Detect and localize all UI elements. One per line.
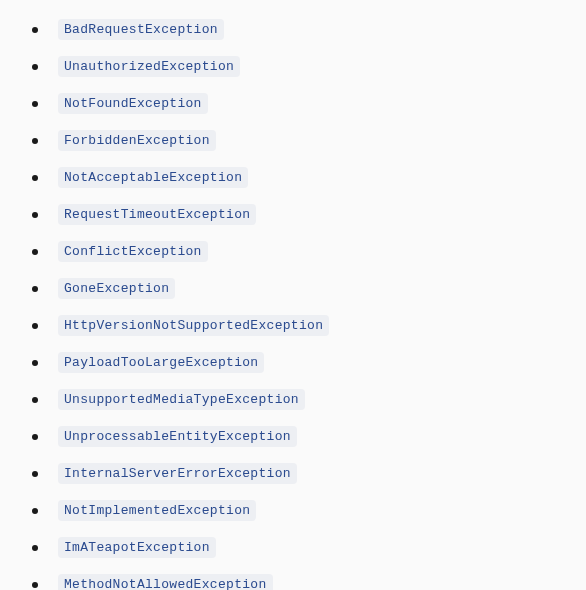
bullet-icon xyxy=(32,508,38,514)
bullet-icon xyxy=(32,360,38,366)
list-item: BadRequestException xyxy=(10,15,576,44)
bullet-icon xyxy=(32,286,38,292)
bullet-icon xyxy=(32,138,38,144)
list-item: ImATeapotException xyxy=(10,533,576,562)
bullet-icon xyxy=(32,249,38,255)
bullet-icon xyxy=(32,545,38,551)
list-item: GoneException xyxy=(10,274,576,303)
bullet-icon xyxy=(32,175,38,181)
exception-name: UnsupportedMediaTypeException xyxy=(58,389,305,410)
list-item: UnauthorizedException xyxy=(10,52,576,81)
exception-name: ConflictException xyxy=(58,241,208,262)
list-item: HttpVersionNotSupportedException xyxy=(10,311,576,340)
list-item: NotAcceptableException xyxy=(10,163,576,192)
list-item: ForbiddenException xyxy=(10,126,576,155)
exception-name: UnauthorizedException xyxy=(58,56,240,77)
bullet-icon xyxy=(32,434,38,440)
exception-name: NotFoundException xyxy=(58,93,208,114)
list-item: MethodNotAllowedException xyxy=(10,570,576,590)
bullet-icon xyxy=(32,64,38,70)
exception-name: HttpVersionNotSupportedException xyxy=(58,315,329,336)
list-item: RequestTimeoutException xyxy=(10,200,576,229)
list-item: NotImplementedException xyxy=(10,496,576,525)
bullet-icon xyxy=(32,323,38,329)
bullet-icon xyxy=(32,471,38,477)
exception-list: BadRequestExceptionUnauthorizedException… xyxy=(10,15,576,590)
exception-name: InternalServerErrorException xyxy=(58,463,297,484)
list-item: UnprocessableEntityException xyxy=(10,422,576,451)
bullet-icon xyxy=(32,397,38,403)
exception-name: BadRequestException xyxy=(58,19,224,40)
list-item: UnsupportedMediaTypeException xyxy=(10,385,576,414)
exception-name: ForbiddenException xyxy=(58,130,216,151)
exception-name: GoneException xyxy=(58,278,175,299)
list-item: InternalServerErrorException xyxy=(10,459,576,488)
list-item: ConflictException xyxy=(10,237,576,266)
exception-name: NotImplementedException xyxy=(58,500,256,521)
bullet-icon xyxy=(32,582,38,588)
bullet-icon xyxy=(32,101,38,107)
exception-name: PayloadTooLargeException xyxy=(58,352,264,373)
exception-name: UnprocessableEntityException xyxy=(58,426,297,447)
bullet-icon xyxy=(32,27,38,33)
bullet-icon xyxy=(32,212,38,218)
exception-name: NotAcceptableException xyxy=(58,167,248,188)
exception-name: MethodNotAllowedException xyxy=(58,574,273,590)
list-item: PayloadTooLargeException xyxy=(10,348,576,377)
list-item: NotFoundException xyxy=(10,89,576,118)
exception-name: RequestTimeoutException xyxy=(58,204,256,225)
exception-name: ImATeapotException xyxy=(58,537,216,558)
